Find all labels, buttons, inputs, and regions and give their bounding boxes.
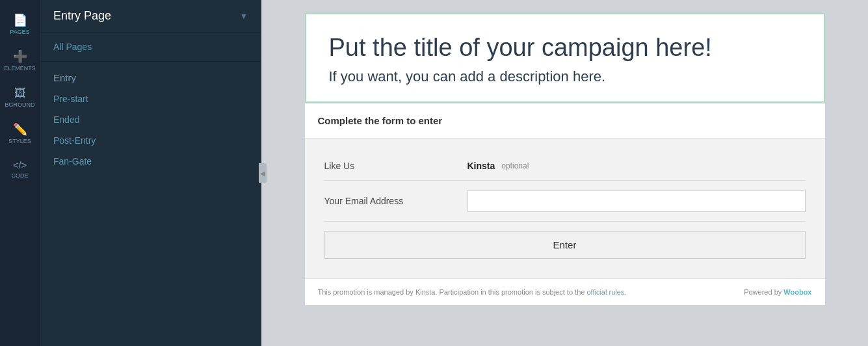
main-content: Put the title of your campaign here! If …	[261, 0, 868, 346]
code-icon-label: CODE	[11, 172, 28, 179]
like-us-brand: Kinsta	[467, 161, 495, 171]
background-icon-label: BGROUND	[5, 101, 34, 108]
email-input-wrapper	[467, 190, 806, 212]
footer-section: This promotion is managed by Kinsta. Par…	[305, 278, 825, 305]
nav-item-ended[interactable]: Ended	[40, 109, 261, 130]
email-input[interactable]	[467, 190, 806, 212]
like-us-value: Kinsta optional	[467, 161, 806, 171]
form-row-like-us: Like Us Kinsta optional	[324, 152, 806, 181]
all-pages-link[interactable]: All Pages	[40, 33, 261, 62]
enter-button[interactable]: Enter	[324, 231, 806, 259]
nav-title: Entry Page	[53, 9, 111, 23]
form-header-label: Complete the form to enter	[305, 103, 825, 139]
footer-powered-by: Powered by Woobox	[744, 288, 811, 296]
nav-item-fan-gate[interactable]: Fan-Gate	[40, 151, 261, 172]
code-icon: </>	[13, 160, 27, 170]
chevron-down-icon: ▼	[240, 12, 248, 21]
elements-icon-label: ELEMENTS	[4, 65, 36, 72]
form-submit-row: Enter	[324, 222, 806, 265]
nav-sidebar: Entry Page ▼ All Pages Entry Pre-start E…	[40, 0, 261, 346]
nav-item-pre-start[interactable]: Pre-start	[40, 88, 261, 109]
sidebar-icon-code[interactable]: </> CODE	[0, 152, 40, 187]
sidebar-icon-background[interactable]: 🖼 BGROUND	[0, 79, 40, 116]
styles-icon-label: STYLES	[8, 138, 31, 144]
like-us-label: Like Us	[324, 161, 467, 171]
official-rules-link[interactable]: official rules	[586, 288, 624, 296]
sidebar-collapse-handle[interactable]: ◀	[259, 163, 267, 183]
sidebar-icon-pages[interactable]: 📄 PAGES	[0, 7, 40, 43]
entry-form-section: Complete the form to enter Like Us Kinst…	[305, 103, 825, 278]
background-icon: 🖼	[14, 87, 26, 99]
pages-icon: 📄	[13, 14, 27, 26]
footer-promo-text: This promotion is managed by Kinsta. Par…	[318, 288, 627, 296]
nav-header: Entry Page ▼	[40, 0, 261, 33]
icon-sidebar: 📄 PAGES ➕ ELEMENTS 🖼 BGROUND ✏️ STYLES <…	[0, 0, 40, 346]
nav-item-post-entry[interactable]: Post-Entry	[40, 130, 261, 151]
promo-text-label: This promotion is managed by Kinsta. Par…	[318, 288, 585, 296]
woobox-link[interactable]: Woobox	[783, 288, 811, 296]
pages-icon-label: PAGES	[10, 29, 29, 35]
nav-section-entry: Entry	[40, 62, 261, 88]
form-row-email: Your Email Address	[324, 181, 806, 222]
campaign-description: If you want, you can add a description h…	[329, 68, 801, 85]
powered-by-label: Powered by	[744, 288, 782, 296]
email-label: Your Email Address	[324, 196, 467, 206]
campaign-card: Put the title of your campaign here! If …	[305, 13, 825, 103]
campaign-title: Put the title of your campaign here!	[329, 34, 801, 62]
styles-icon: ✏️	[13, 124, 27, 135]
form-body: Like Us Kinsta optional Your Email Addre…	[305, 139, 825, 278]
like-us-optional: optional	[501, 161, 529, 170]
sidebar-icon-elements[interactable]: ➕ ELEMENTS	[0, 43, 40, 79]
sidebar-icon-styles[interactable]: ✏️ STYLES	[0, 116, 40, 152]
elements-icon: ➕	[13, 51, 27, 62]
